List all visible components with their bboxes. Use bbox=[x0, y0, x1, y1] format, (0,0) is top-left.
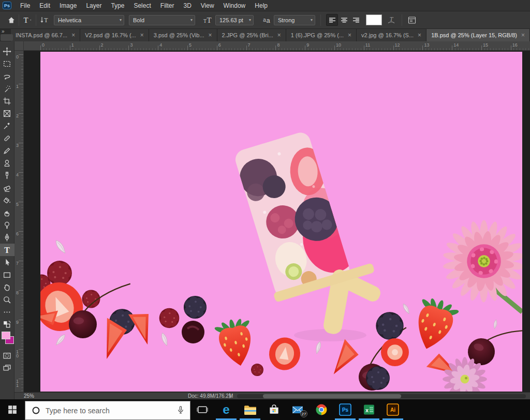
canvas[interactable] bbox=[40, 52, 522, 392]
separator bbox=[19, 14, 19, 26]
text-color-swatch[interactable] bbox=[366, 14, 382, 25]
zoom-tool[interactable] bbox=[0, 293, 14, 306]
menu-item-select[interactable]: Select bbox=[129, 0, 155, 11]
pen-tool[interactable] bbox=[0, 231, 14, 244]
taskbar-file-explorer-icon[interactable] bbox=[238, 399, 262, 420]
taskbar-chrome-icon[interactable] bbox=[310, 399, 333, 420]
menu-item-type[interactable]: Type bbox=[106, 0, 129, 11]
menu-item-file[interactable]: File bbox=[16, 0, 35, 11]
magic-wand-tool[interactable] bbox=[0, 82, 14, 95]
align-left-button[interactable] bbox=[326, 14, 338, 26]
lasso-tool[interactable] bbox=[0, 70, 14, 82]
vertical-ruler[interactable]: 01234567891011 bbox=[14, 51, 24, 392]
svg-text:T: T bbox=[203, 18, 207, 24]
font-style-select[interactable]: Bold▾ bbox=[129, 15, 195, 25]
ruler-number: 12 bbox=[395, 42, 400, 48]
pencil-tool[interactable] bbox=[0, 144, 14, 157]
taskbar-task-view-icon[interactable] bbox=[190, 399, 214, 420]
smudge-tool[interactable] bbox=[0, 206, 14, 219]
tab-close-icon[interactable]: × bbox=[140, 33, 144, 38]
tab-close-icon[interactable]: × bbox=[521, 33, 525, 38]
foreground-color[interactable] bbox=[2, 332, 10, 339]
taskbar-excel-icon[interactable]: x bbox=[357, 399, 381, 420]
type-tool[interactable]: T bbox=[0, 244, 14, 256]
taskbar-photoshop-icon[interactable]: Ps bbox=[333, 399, 357, 420]
align-center-button[interactable] bbox=[338, 14, 350, 26]
microphone-icon[interactable] bbox=[176, 406, 185, 416]
zoom-level-field[interactable]: 25% bbox=[24, 393, 34, 399]
menu-item-edit[interactable]: Edit bbox=[35, 0, 55, 11]
menu-items: FileEditImageLayerTypeSelectFilter3DView… bbox=[16, 0, 272, 11]
color-swatches[interactable] bbox=[0, 332, 14, 349]
toolbar-collapse[interactable]: » bbox=[0, 29, 11, 41]
start-button[interactable] bbox=[0, 399, 25, 420]
taskbar-mail-icon[interactable]: 27 bbox=[286, 399, 310, 420]
history-brush-tool[interactable] bbox=[0, 169, 14, 182]
taskbar-edge-icon[interactable]: e bbox=[214, 399, 238, 420]
tab-label: v2.jpg @ 16.7% (S... bbox=[361, 32, 414, 38]
ruler-origin[interactable] bbox=[14, 41, 24, 51]
clone-stamp-tool[interactable] bbox=[0, 157, 14, 169]
healing-brush-tool[interactable] bbox=[0, 132, 14, 144]
tab-close-icon[interactable]: × bbox=[348, 33, 351, 38]
ruler-number: 2 bbox=[16, 114, 19, 118]
move-tool[interactable] bbox=[0, 45, 14, 57]
menu-item-help[interactable]: Help bbox=[250, 0, 272, 11]
eyedropper-tool[interactable] bbox=[0, 119, 14, 132]
font-size-select[interactable]: 125.63 pt▾ bbox=[215, 15, 254, 25]
taskbar-store-icon[interactable] bbox=[262, 399, 286, 420]
text-orientation-icon[interactable]: T bbox=[39, 14, 50, 26]
horizontal-scrollbar[interactable] bbox=[237, 394, 526, 398]
hand-tool[interactable] bbox=[0, 281, 14, 293]
ruler-number: 3 bbox=[130, 42, 132, 48]
document-size-info: Doc: 49.8M/176.2M bbox=[188, 393, 233, 399]
tab-label: 1 (6).JPG @ 25% (... bbox=[291, 32, 344, 38]
document-tab[interactable]: 3.psd @ 25% (Vib...× bbox=[149, 29, 217, 41]
menu-item-layer[interactable]: Layer bbox=[81, 0, 106, 11]
horizontal-ruler[interactable]: 012345678910111213141516 bbox=[24, 41, 530, 51]
tab-close-icon[interactable]: × bbox=[418, 33, 421, 38]
ruler-number: 9 bbox=[16, 320, 19, 324]
ruler-number: 4 bbox=[16, 173, 19, 177]
menu-item-view[interactable]: View bbox=[196, 0, 219, 11]
dodge-tool[interactable] bbox=[0, 219, 14, 231]
anti-alias-select[interactable]: Strong▾ bbox=[274, 15, 315, 25]
screen-mode-control[interactable] bbox=[0, 362, 14, 374]
home-icon[interactable] bbox=[7, 14, 16, 26]
tab-close-icon[interactable]: × bbox=[277, 33, 281, 38]
document-tab[interactable]: v2.jpg @ 16.7% (S...× bbox=[357, 29, 426, 41]
ruler-number: 1 bbox=[71, 42, 74, 48]
marquee-tool[interactable] bbox=[0, 57, 14, 70]
taskbar-illustrator-icon[interactable]: Ai bbox=[381, 399, 405, 420]
swap-colors-control[interactable] bbox=[0, 318, 14, 331]
type-tool-preset-icon[interactable]: T bbox=[22, 14, 33, 26]
document-tab[interactable]: 1 (6).JPG @ 25% (...× bbox=[286, 29, 357, 41]
path-select-tool[interactable] bbox=[0, 256, 14, 268]
document-tab[interactable]: 2.JPG @ 25% (Bri...× bbox=[217, 29, 286, 41]
align-right-button[interactable] bbox=[350, 14, 362, 26]
document-tab[interactable]: 1B.psd @ 25% (Layer 15, RGB/8)× bbox=[426, 29, 530, 41]
menu-item-image[interactable]: Image bbox=[55, 0, 81, 11]
taskbar-search-input[interactable]: Type here to search bbox=[25, 401, 190, 420]
paint-bucket-tool[interactable] bbox=[0, 194, 14, 206]
document-tab[interactable]: V2.psd @ 16.7% (...× bbox=[80, 29, 149, 41]
scrollbar-thumb[interactable] bbox=[263, 394, 401, 398]
crop-tool[interactable] bbox=[0, 95, 14, 107]
edit-toolbar-tool[interactable] bbox=[0, 306, 14, 318]
frame-tool[interactable] bbox=[0, 107, 14, 119]
tab-close-icon[interactable]: × bbox=[209, 33, 212, 38]
tab-close-icon[interactable]: × bbox=[71, 33, 75, 38]
eraser-tool[interactable] bbox=[0, 182, 14, 194]
quick-mask-control[interactable] bbox=[0, 349, 14, 362]
menu-item-3d[interactable]: 3D bbox=[179, 0, 196, 11]
ruler-number: 7 bbox=[16, 261, 19, 265]
tab-label: V2.psd @ 16.7% (... bbox=[85, 32, 136, 38]
toggle-panels-icon[interactable] bbox=[407, 14, 417, 26]
menu-item-window[interactable]: Window bbox=[219, 0, 251, 11]
menu-item-filter[interactable]: Filter bbox=[156, 0, 179, 11]
font-family-select[interactable]: Helvetica▾ bbox=[54, 15, 124, 25]
warp-text-icon[interactable]: T bbox=[386, 14, 396, 26]
rectangle-tool[interactable] bbox=[0, 268, 14, 281]
status-expand-icon[interactable]: ) bbox=[229, 393, 231, 398]
document-tab[interactable]: INSTA.psd @ 66.7...× bbox=[11, 29, 80, 41]
